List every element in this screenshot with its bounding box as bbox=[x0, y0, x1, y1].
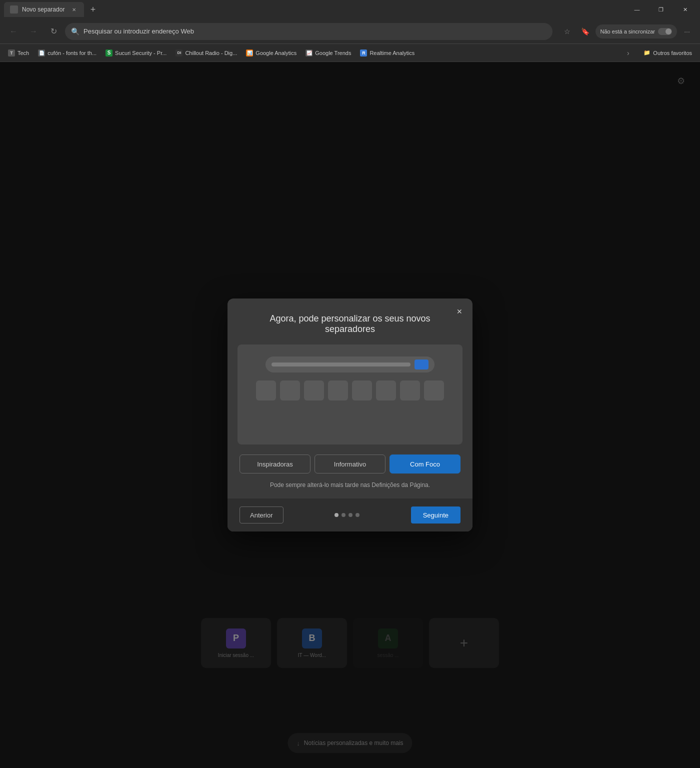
preview-grid-item-3 bbox=[304, 380, 324, 400]
dot-2 bbox=[342, 513, 346, 517]
tab-close-button[interactable]: ✕ bbox=[70, 6, 78, 14]
back-button[interactable]: Anterior bbox=[240, 506, 284, 524]
next-button-label: Seguinte bbox=[423, 512, 448, 519]
main-content: ⚙ P Iniciar sessão ... B IT — Word... A … bbox=[0, 62, 700, 768]
bookmark-tech[interactable]: T Tech bbox=[4, 46, 33, 60]
customize-modal: ✕ Agora, pode personalizar os seus novos… bbox=[228, 298, 472, 532]
sync-label: Não está a sincronizar bbox=[600, 28, 655, 34]
bookmark-favicon-analytics: 📊 bbox=[246, 50, 253, 56]
modal-tab-options: Inspiradoras Informativo Com Foco bbox=[228, 454, 472, 482]
close-icon: ✕ bbox=[456, 308, 462, 316]
address-bar: ← → ↻ 🔍 Pesquisar ou introduzir endereço… bbox=[0, 19, 700, 44]
more-button[interactable]: ··· bbox=[679, 24, 695, 40]
modal-footer: Anterior Seguinte bbox=[228, 498, 472, 532]
bookmarks-bar: T Tech 📄 cufón - fonts for th... S Sucur… bbox=[0, 44, 700, 62]
bookmark-favicon-others: 📁 bbox=[644, 50, 650, 56]
bookmarks-right: 📁 Outros favoritos bbox=[640, 46, 696, 60]
bookmark-analytics[interactable]: 📊 Google Analytics bbox=[242, 46, 300, 60]
bookmark-chillout[interactable]: DI Chillout Radio - Dig... bbox=[172, 46, 241, 60]
bookmark-label-others: Outros favoritos bbox=[653, 50, 692, 56]
bookmark-favicon-chillout: DI bbox=[176, 50, 182, 56]
bookmark-favicon-cufon: 📄 bbox=[38, 50, 45, 56]
back-button[interactable]: ← bbox=[5, 23, 22, 40]
pagination-dots bbox=[334, 513, 360, 517]
preview-grid bbox=[256, 380, 444, 400]
browser-frame: Novo separador ✕ + — ❐ ✕ ← → ↻ 🔍 Pesquis… bbox=[0, 0, 700, 768]
bookmark-favicon-realtime: R bbox=[360, 50, 367, 56]
address-text: Pesquisar ou introduzir endereço Web bbox=[84, 28, 546, 35]
refresh-button[interactable]: ↻ bbox=[45, 23, 62, 40]
bookmark-label-chillout: Chillout Radio - Dig... bbox=[185, 50, 237, 56]
sync-button[interactable]: Não está a sincronizar bbox=[596, 24, 677, 38]
preview-grid-item-2 bbox=[280, 380, 300, 400]
new-tab-button[interactable]: + bbox=[86, 2, 100, 16]
modal-preview-area bbox=[238, 344, 462, 444]
modal-close-button[interactable]: ✕ bbox=[452, 304, 466, 318]
tab-option-informativo[interactable]: Informativo bbox=[314, 454, 386, 474]
forward-button[interactable]: → bbox=[25, 23, 42, 40]
preview-grid-item-4 bbox=[328, 380, 348, 400]
tab-option-inspiradoras[interactable]: Inspiradoras bbox=[240, 454, 310, 474]
bookmark-label-cufon: cufón - fonts for th... bbox=[48, 50, 96, 56]
sync-toggle-knob bbox=[666, 28, 672, 34]
sync-toggle[interactable] bbox=[658, 28, 672, 35]
minimize-button[interactable]: — bbox=[626, 2, 648, 17]
bookmark-favicon-trends: 📈 bbox=[306, 50, 312, 56]
next-button[interactable]: Seguinte bbox=[411, 506, 460, 524]
preview-search-fill bbox=[272, 362, 410, 366]
modal-hint-text: Pode sempre alterá-lo mais tarde nas Def… bbox=[228, 482, 472, 498]
bookmark-label-sucuri: Sucuri Security - Pr... bbox=[115, 50, 166, 56]
preview-grid-item-7 bbox=[400, 380, 420, 400]
tab-option-informativo-label: Informativo bbox=[334, 460, 366, 468]
other-favorites-button[interactable]: 📁 Outros favoritos bbox=[640, 46, 696, 60]
window-controls: — ❐ ✕ bbox=[626, 2, 696, 17]
bookmark-favicon-sucuri: S bbox=[106, 50, 112, 56]
bookmark-label-trends: Google Trends bbox=[315, 50, 351, 56]
bookmark-label-realtime: Realtime Analytics bbox=[370, 50, 414, 56]
preview-grid-item-5 bbox=[352, 380, 372, 400]
preview-search-bar bbox=[266, 356, 434, 372]
tab-title: Novo separador bbox=[22, 6, 66, 13]
modal-overlay: ✕ Agora, pode personalizar os seus novos… bbox=[0, 62, 700, 768]
address-input-wrap[interactable]: 🔍 Pesquisar ou introduzir endereço Web bbox=[65, 23, 552, 40]
tab-option-inspiradoras-label: Inspiradoras bbox=[257, 460, 293, 468]
bookmark-trends[interactable]: 📈 Google Trends bbox=[302, 46, 355, 60]
dot-4 bbox=[356, 513, 360, 517]
title-bar: Novo separador ✕ + — ❐ ✕ bbox=[0, 0, 700, 19]
favorites-icon[interactable]: ☆ bbox=[560, 24, 576, 40]
bookmark-realtime[interactable]: R Realtime Analytics bbox=[356, 46, 418, 60]
preview-search-btn bbox=[414, 360, 428, 370]
bookmark-label-analytics: Google Analytics bbox=[256, 50, 296, 56]
active-tab[interactable]: Novo separador ✕ bbox=[4, 2, 84, 17]
bookmark-sucuri[interactable]: S Sucuri Security - Pr... bbox=[102, 46, 170, 60]
modal-title: Agora, pode personalizar os seus novos s… bbox=[228, 298, 472, 344]
address-actions: ☆ 🔖 Não está a sincronizar ··· bbox=[560, 24, 695, 40]
bookmark-icon[interactable]: 🔖 bbox=[578, 24, 594, 40]
close-button[interactable]: ✕ bbox=[674, 2, 696, 17]
preview-grid-item-8 bbox=[424, 380, 444, 400]
search-icon: 🔍 bbox=[71, 28, 80, 36]
dot-1 bbox=[334, 513, 338, 517]
tab-option-com-foco-label: Com Foco bbox=[410, 460, 440, 468]
tab-favicon bbox=[10, 6, 18, 14]
bookmarks-more-button[interactable]: › bbox=[622, 46, 634, 60]
maximize-button[interactable]: ❐ bbox=[650, 2, 672, 17]
tab-option-com-foco[interactable]: Com Foco bbox=[390, 454, 460, 474]
bookmark-favicon-tech: T bbox=[8, 50, 15, 56]
preview-grid-item-1 bbox=[256, 380, 276, 400]
preview-grid-item-6 bbox=[376, 380, 396, 400]
bookmark-cufon[interactable]: 📄 cufón - fonts for th... bbox=[34, 46, 100, 60]
dot-3 bbox=[348, 513, 352, 517]
back-button-label: Anterior bbox=[250, 512, 273, 519]
bookmark-label-tech: Tech bbox=[18, 50, 29, 56]
